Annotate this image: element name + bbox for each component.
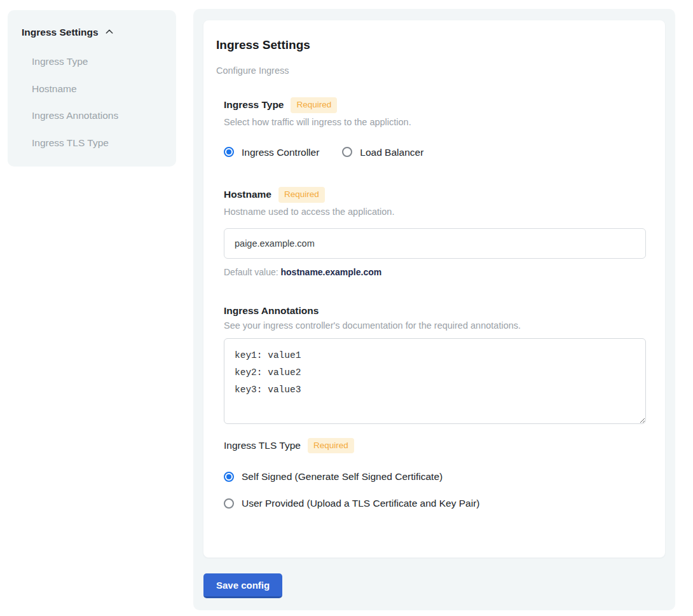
field-ingress-annotations-label: Ingress Annotations (224, 305, 319, 317)
sidebar-item-ingress-tls-type[interactable]: Ingress TLS Type (32, 138, 163, 148)
hostname-default-value: hostname.example.com (281, 267, 382, 277)
sidebar-section-toggle[interactable]: Ingress Settings (22, 25, 163, 39)
settings-panel: Ingress Settings Configure Ingress Ingre… (193, 9, 675, 610)
page-subtitle: Configure Ingress (216, 65, 652, 76)
field-ingress-type-description: Select how traffic will ingress to the a… (224, 117, 646, 127)
hostname-default-label: Default value: (224, 267, 281, 277)
field-ingress-annotations-header: Ingress Annotations (224, 305, 646, 317)
required-badge: Required (278, 187, 325, 203)
radio-button-icon[interactable] (224, 498, 234, 509)
ingress-type-radio-group: Ingress Controller Load Balancer (224, 146, 646, 160)
field-hostname-description: Hostname used to access the application. (224, 207, 646, 217)
radio-self-signed-label: Self Signed (Generate Self Signed Certif… (242, 470, 443, 484)
sidebar-item-ingress-annotations[interactable]: Ingress Annotations (32, 111, 163, 121)
field-ingress-type-label: Ingress Type (224, 99, 284, 111)
radio-button-icon[interactable] (224, 147, 234, 157)
save-config-button[interactable]: Save config (203, 573, 282, 598)
radio-load-balancer[interactable]: Load Balancer (342, 146, 423, 160)
field-ingress-annotations-description: See your ingress controller's documentat… (224, 320, 646, 331)
hostname-input[interactable] (224, 228, 646, 259)
sidebar-section-title: Ingress Settings (22, 27, 99, 38)
ingress-tls-radio-group: Self Signed (Generate Self Signed Certif… (224, 470, 646, 510)
sidebar-items: Ingress Type Hostname Ingress Annotation… (22, 57, 163, 147)
required-badge: Required (291, 97, 337, 113)
ingress-annotations-textarea[interactable]: key1: value1 key2: value2 key3: value3 (224, 338, 646, 424)
radio-button-icon[interactable] (224, 472, 234, 482)
sidebar-item-ingress-type[interactable]: Ingress Type (32, 57, 163, 67)
radio-ingress-controller-label: Ingress Controller (242, 146, 319, 160)
ingress-settings-card: Ingress Settings Configure Ingress Ingre… (203, 20, 665, 558)
chevron-up-icon (104, 25, 114, 39)
field-hostname-header: Hostname Required (224, 187, 646, 203)
field-hostname-label: Hostname (224, 189, 271, 200)
page-title: Ingress Settings (216, 38, 652, 52)
field-hostname: Hostname Required Hostname used to acces… (224, 187, 646, 277)
field-ingress-tls-type-header: Ingress TLS Type Required (224, 438, 646, 454)
field-ingress-tls-type-label: Ingress TLS Type (224, 440, 301, 451)
field-ingress-annotations: Ingress Annotations See your ingress con… (224, 305, 646, 424)
settings-sidebar: Ingress Settings Ingress Type Hostname I… (8, 10, 176, 167)
field-ingress-type-header: Ingress Type Required (224, 97, 646, 113)
radio-ingress-controller[interactable]: Ingress Controller (224, 146, 319, 160)
field-ingress-type: Ingress Type Required Select how traffic… (224, 97, 646, 159)
hostname-default-helper: Default value: hostname.example.com (224, 267, 646, 277)
page: Ingress Settings Ingress Type Hostname I… (0, 0, 693, 610)
save-row: Save config (203, 573, 665, 598)
radio-button-icon[interactable] (342, 147, 352, 157)
required-badge: Required (308, 438, 354, 454)
radio-load-balancer-label: Load Balancer (360, 146, 423, 160)
radio-self-signed[interactable]: Self Signed (Generate Self Signed Certif… (224, 470, 646, 484)
field-ingress-tls-type: Ingress TLS Type Required Self Signed (G… (224, 438, 646, 510)
radio-user-provided[interactable]: User Provided (Upload a TLS Certificate … (224, 496, 646, 510)
sidebar-item-hostname[interactable]: Hostname (32, 84, 163, 94)
radio-user-provided-label: User Provided (Upload a TLS Certificate … (242, 496, 479, 510)
